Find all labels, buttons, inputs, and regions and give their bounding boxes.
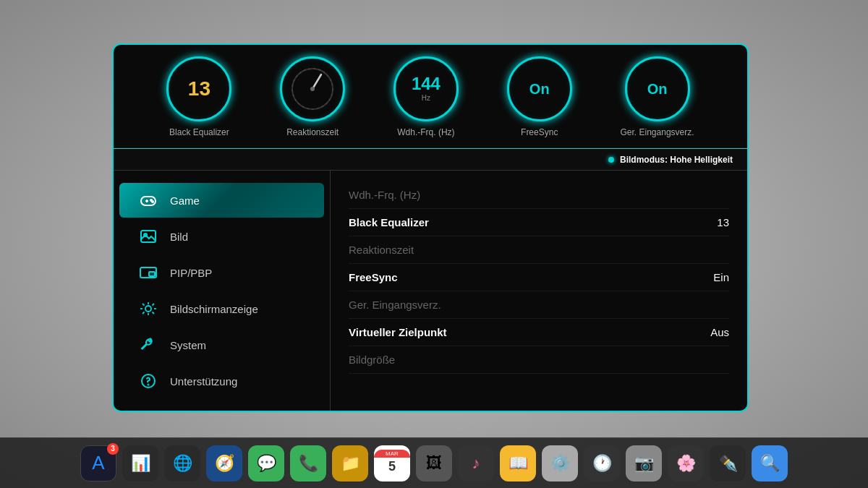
dock-icon-books[interactable]: 📖 [500, 445, 536, 481]
status-text: Bildmodus: Hohe Helligkeit [620, 155, 733, 165]
status-dot [608, 157, 614, 163]
content-item-bildgrosse[interactable]: Bildgröße [349, 346, 729, 374]
speedometer-svg [287, 64, 338, 114]
network-icon: 🌐 [173, 454, 192, 473]
svg-point-8 [152, 201, 153, 202]
status-bar: Bildmodus: Hohe Helligkeit [114, 149, 747, 171]
gamepad-icon [137, 192, 159, 209]
svg-marker-24 [132, 411, 146, 412]
svg-line-2 [312, 74, 321, 89]
gauge-circle-ger-eingangsverz: On [625, 56, 690, 121]
dock-icon-pinwheel[interactable]: 🌸 [668, 445, 704, 481]
gauge-label-wdh-frq: Wdh.-Frq. (Hz) [397, 127, 454, 137]
gauge-value-black-equalizer: 13 [188, 79, 210, 99]
time-machine-icon: 🕐 [592, 454, 612, 473]
sidebar-label-bildschirmanzeige: Bildschirmanzeige [170, 303, 258, 315]
system-prefs-icon: ⚙️ [550, 454, 570, 473]
pip-icon [137, 264, 159, 281]
content-label-virtueller-zielpunkt: Virtueller Zielpunkt [349, 326, 447, 338]
svg-line-18 [142, 304, 145, 306]
dock-icon-messages[interactable]: 💬 [248, 445, 284, 481]
dock-icon-photos-app[interactable]: 🖼 [416, 445, 452, 481]
gauge-item-freesync: On FreeSync [507, 56, 572, 137]
sidebar: Game Bild [114, 149, 331, 411]
sidebar-label-pip-pbp: PIP/PBP [170, 267, 212, 279]
svg-point-3 [310, 87, 315, 91]
dock-icon-activity[interactable]: 📊 [122, 445, 158, 481]
gauge-item-ger-eingangsverz: On Ger. Eingangsverz. [621, 56, 694, 137]
dock-icon-safari[interactable]: 🧭 [206, 445, 242, 481]
content-item-virtueller-zielpunkt[interactable]: Virtueller Zielpunkt Aus [349, 319, 729, 346]
content-item-wdh-frq[interactable]: Wdh.-Frq. (Hz) [349, 181, 729, 209]
dock-icon-phone[interactable]: 📞 [290, 445, 326, 481]
safari-icon: 🧭 [215, 454, 234, 473]
content-panel: Wdh.-Frq. (Hz) Black Equalizer 13 Reakti… [331, 149, 747, 411]
display-icon [137, 300, 159, 317]
gauge-label-ger-eingangsverz: Ger. Eingangsverz. [621, 127, 694, 137]
pinwheel-icon: 🌸 [676, 454, 696, 473]
content-item-black-equalizer[interactable]: Black Equalizer 13 [349, 209, 729, 236]
calendar-header: MAR [374, 450, 410, 458]
dock-icon-script-editor[interactable]: ✒️ [710, 445, 746, 481]
gauge-circle-wdh-frq: 144 Hz [393, 56, 459, 121]
content-value-black-equalizer: 13 [717, 216, 729, 228]
gauge-circle-black-equalizer: 13 [166, 56, 231, 121]
sidebar-item-bildschirmanzeige[interactable]: Bildschirmanzeige [119, 291, 324, 326]
content-value-freesync: Ein [713, 271, 729, 283]
phone-icon: 📞 [299, 454, 318, 473]
sidebar-label-system: System [170, 339, 206, 351]
svg-rect-12 [149, 272, 155, 276]
dock-icon-time-machine[interactable]: 🕐 [584, 445, 620, 481]
content-item-reaktionszeit[interactable]: Reaktionszeit [349, 236, 729, 264]
dock-icon-notes-folder[interactable]: 📁 [332, 445, 368, 481]
activity-icon: 📊 [131, 454, 150, 473]
sidebar-label-bild: Bild [170, 231, 188, 243]
sidebar-label-unterstutzung: Unterstützung [170, 375, 237, 388]
svg-line-19 [153, 312, 155, 314]
sidebar-item-system[interactable]: System [119, 328, 324, 362]
content-label-ger-eingangsverz: Ger. Eingangsverz. [349, 299, 441, 311]
dock-icon-photo-booth[interactable]: 📷 [626, 445, 662, 481]
content-label-bildgrosse: Bildgröße [349, 354, 395, 366]
gauge-item-wdh-frq: 144 Hz Wdh.-Frq. (Hz) [393, 56, 459, 137]
gauge-value-freesync: On [529, 82, 550, 96]
menu-area: Bildmodus: Hohe Helligkeit Game [112, 148, 749, 412]
gauge-item-black-equalizer: 13 Black Equalizer [166, 56, 231, 137]
wrench-icon [137, 336, 159, 354]
dock-icon-calendar[interactable]: MAR 5 [374, 445, 410, 481]
gauge-value-wdh-frq: 144 [412, 75, 441, 93]
notes-folder-icon: 📁 [341, 454, 360, 473]
gauge-sub-wdh-frq: Hz [422, 94, 430, 102]
dock-icon-finder[interactable]: 🔍 [752, 445, 788, 481]
gauge-value-ger-eingangsverz: On [647, 82, 668, 96]
music-icon: ♪ [472, 454, 480, 473]
sidebar-label-game: Game [170, 194, 200, 207]
gauge-label-reaktionszeit: Reaktionszeit [286, 127, 339, 137]
dock-icon-network[interactable]: 🌐 [164, 445, 200, 481]
content-item-ger-eingangsverz[interactable]: Ger. Eingangsverz. [349, 291, 729, 319]
photo-booth-icon: 📷 [634, 454, 654, 473]
dock-icon-system-prefs[interactable]: ⚙️ [542, 445, 578, 481]
gauge-item-reaktionszeit: Reaktionszeit [280, 56, 345, 137]
app-store-icon: A [92, 452, 104, 474]
svg-point-13 [145, 306, 151, 312]
sidebar-item-bild[interactable]: Bild [119, 219, 324, 254]
sidebar-item-pip-pbp[interactable]: PIP/PBP [119, 255, 324, 290]
dock-icon-music[interactable]: ♪ [458, 445, 494, 481]
app-store-badge: 3 [107, 443, 119, 455]
photos-app-icon: 🖼 [426, 454, 442, 473]
svg-line-21 [142, 312, 145, 314]
osd-container: 13 Black Equalizer Reaktionszeit 144 Hz [112, 43, 749, 412]
script-editor-icon: ✒️ [718, 454, 738, 473]
sidebar-item-game[interactable]: Game [119, 183, 324, 218]
gauge-label-black-equalizer: Black Equalizer [169, 127, 229, 137]
dock: A 3 📊 🌐 🧭 💬 📞 📁 MAR 5 🖼 ♪ 📖 ⚙️ 🕐 📷 🌸 [0, 437, 868, 488]
gauge-bar: 13 Black Equalizer Reaktionszeit 144 Hz [112, 43, 749, 148]
messages-icon: 💬 [257, 454, 276, 473]
sidebar-item-beenden[interactable]: Beenden [114, 402, 330, 412]
svg-point-23 [148, 385, 149, 385]
sidebar-item-unterstutzung[interactable]: Unterstützung [119, 364, 324, 398]
content-item-freesync[interactable]: FreeSync Ein [349, 264, 729, 291]
finder-icon: 🔍 [760, 454, 780, 473]
dock-icon-app-store[interactable]: A 3 [80, 445, 116, 481]
